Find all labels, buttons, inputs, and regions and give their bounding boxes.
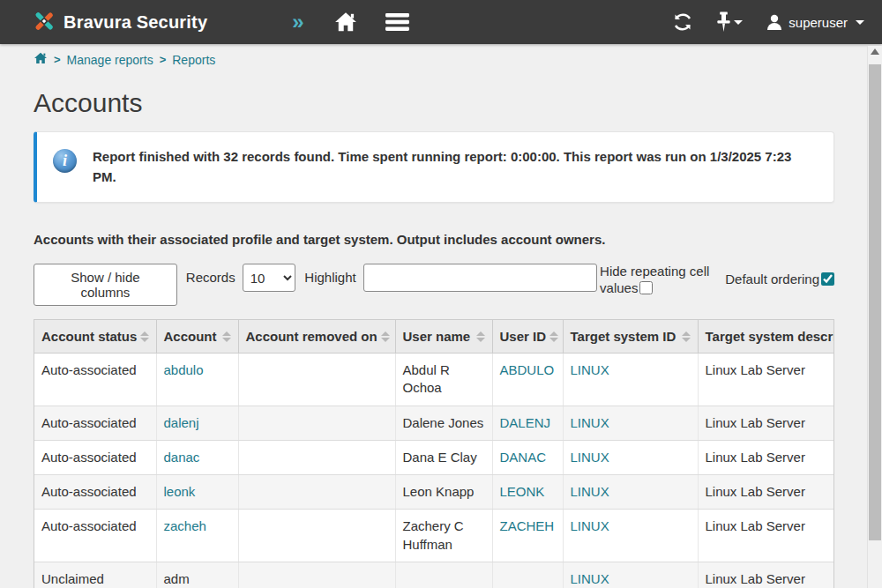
user-icon (766, 13, 783, 31)
breadcrumb-reports[interactable]: Reports (172, 53, 215, 67)
bravura-logo-icon (32, 9, 56, 36)
user-id-link[interactable]: LEONK (500, 484, 545, 499)
target-system-description-value: Linux Lab Server (706, 362, 805, 377)
sidebar-expand-icon[interactable]: » (292, 11, 303, 33)
table-row: UnclaimedadmLINUXLinux Lab Server (34, 562, 834, 588)
column-header-target-system-id[interactable]: Target system ID (563, 320, 698, 354)
breadcrumb-manage-reports[interactable]: Manage reports (67, 53, 153, 67)
account-removed-on-cell (238, 354, 395, 406)
target-system-id-link[interactable]: LINUX (571, 518, 609, 533)
scrollbar-thumb[interactable] (869, 64, 881, 540)
target-system-id-link[interactable]: LINUX (571, 484, 609, 499)
user-name-cell: Abdul R Ochoa (395, 354, 492, 406)
target-system-id-cell: LINUX (563, 510, 698, 562)
account-status-value: Auto-associated (41, 450, 137, 465)
account-cell: adm (156, 562, 238, 588)
hide-repeating-values-option[interactable]: Hide repeating cell values (600, 264, 725, 297)
target-system-id-link[interactable]: LINUX (571, 415, 609, 430)
user-id-link[interactable]: ZACHEH (500, 518, 555, 533)
account-status-cell: Auto-associated (34, 475, 156, 510)
sort-icon[interactable] (222, 331, 231, 342)
target-system-description-cell: Linux Lab Server (698, 406, 834, 440)
target-system-id-cell: LINUX (563, 475, 698, 510)
account-cell: abdulo (156, 354, 238, 406)
user-id-link[interactable]: ABDULO (500, 362, 555, 377)
account-status-value: Auto-associated (41, 415, 137, 430)
scroll-up-arrow-icon[interactable] (871, 48, 879, 55)
highlight-label: Highlight (295, 264, 363, 285)
account-status-cell: Auto-associated (34, 510, 156, 562)
accounts-table: Account statusAccountAccount removed onU… (34, 319, 834, 588)
user-name-cell: Dana E Clay (395, 440, 492, 474)
show-hide-columns-button[interactable]: Show / hide columns (34, 264, 177, 306)
account-removed-on-cell (238, 440, 395, 474)
user-id-link[interactable]: DANAC (500, 450, 547, 465)
user-id-link[interactable]: DALENJ (500, 415, 551, 430)
account-link[interactable]: dalenj (164, 415, 199, 430)
account-link[interactable]: abdulo (164, 362, 204, 377)
target-system-id-link[interactable]: LINUX (571, 362, 609, 377)
username: superuser (789, 15, 848, 30)
user-id-cell: ZACHEH (492, 510, 563, 562)
target-system-id-link[interactable]: LINUX (571, 450, 609, 465)
vertical-scrollbar[interactable] (867, 46, 882, 588)
account-cell: danac (156, 440, 238, 474)
sort-icon[interactable] (381, 331, 390, 342)
info-icon: i (53, 149, 77, 173)
column-header-target-system-description[interactable]: Target system description (698, 320, 834, 354)
target-system-description-cell: Linux Lab Server (698, 440, 834, 474)
sort-icon[interactable] (476, 331, 485, 342)
column-header-account-removed-on[interactable]: Account removed on (238, 320, 395, 354)
user-name-value: Abdul R Ochoa (403, 362, 450, 395)
report-status-text: Report finished with 32 records found. T… (93, 147, 809, 187)
menu-icon[interactable] (385, 12, 409, 32)
user-menu[interactable]: superuser (766, 13, 864, 31)
column-header-label: Target system description (706, 329, 835, 344)
account-link[interactable]: zacheh (164, 518, 206, 533)
chevron-down-icon (734, 20, 743, 25)
brand-logo[interactable]: Bravura Security (32, 9, 207, 36)
records-per-page-select[interactable]: 10 (243, 264, 296, 292)
refresh-icon[interactable] (672, 11, 693, 33)
user-id-cell: ABDULO (492, 354, 563, 406)
account-removed-on-cell (238, 475, 395, 510)
hide-repeating-values-checkbox[interactable] (639, 281, 653, 294)
table-row: Auto-associatedzachehZachery C HuffmanZA… (34, 510, 834, 562)
highlight-input[interactable] (363, 264, 597, 292)
account-cell: dalenj (156, 406, 238, 440)
home-icon[interactable] (334, 11, 357, 33)
breadcrumb-home-icon[interactable] (34, 52, 48, 67)
default-ordering-option[interactable]: Default ordering (725, 264, 834, 287)
table-controls: Show / hide columns Records 10 Highlight… (34, 264, 834, 306)
target-system-description-cell: Linux Lab Server (698, 354, 834, 406)
table-row: Auto-associatedleonkLeon KnappLEONKLINUX… (34, 475, 834, 510)
target-system-description-value: Linux Lab Server (706, 450, 805, 465)
column-header-account[interactable]: Account (156, 320, 238, 354)
table-row: Auto-associateddalenjDalene JonesDALENJL… (34, 406, 834, 440)
sort-icon[interactable] (140, 331, 149, 342)
default-ordering-checkbox[interactable] (821, 272, 834, 286)
pin-menu[interactable] (716, 11, 743, 33)
column-header-user-id[interactable]: User ID (492, 320, 563, 354)
user-name-cell: Leon Knapp (395, 475, 492, 510)
user-id-cell: LEONK (492, 475, 563, 510)
sort-icon[interactable] (682, 331, 691, 342)
target-system-description-value: Linux Lab Server (706, 415, 805, 430)
breadcrumb-separator: > (160, 53, 167, 66)
account-link[interactable]: leonk (164, 484, 196, 499)
user-name-cell (395, 562, 492, 588)
target-system-id-link[interactable]: LINUX (571, 571, 609, 586)
user-name-value: Dalene Jones (403, 415, 484, 430)
account-link[interactable]: danac (164, 450, 200, 465)
column-header-user-name[interactable]: User name (395, 320, 492, 354)
user-id-cell: DALENJ (492, 406, 563, 440)
target-system-id-cell: LINUX (563, 406, 698, 440)
account-status-cell: Auto-associated (34, 354, 156, 406)
column-header-label: User name (403, 329, 471, 344)
target-system-description-value: Linux Lab Server (706, 484, 805, 499)
column-header-account-status[interactable]: Account status (34, 320, 156, 354)
sort-icon[interactable] (549, 331, 558, 342)
user-name-value: Dana E Clay (403, 450, 477, 465)
target-system-description-cell: Linux Lab Server (698, 475, 834, 510)
account-status-value: Unclaimed (41, 571, 104, 586)
